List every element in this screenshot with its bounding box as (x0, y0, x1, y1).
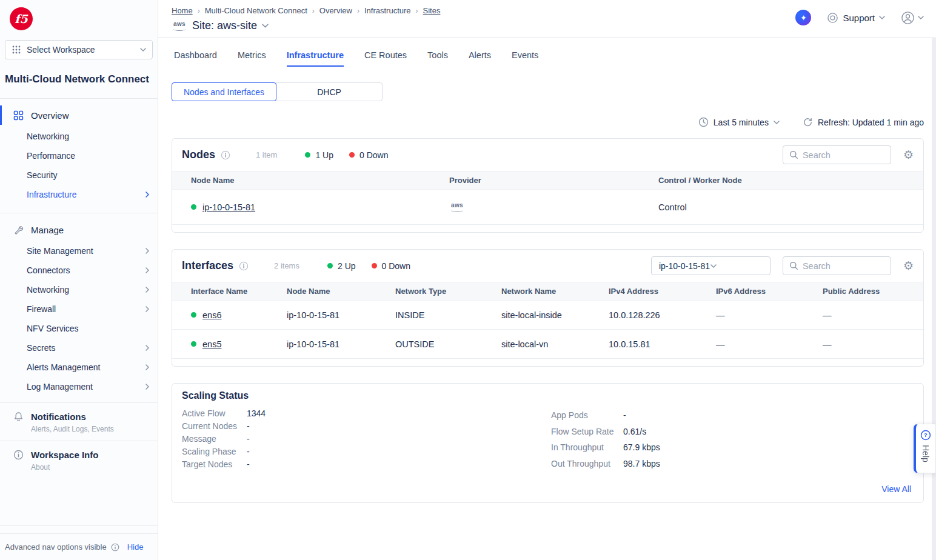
sidebar-item-firewall[interactable]: Firewall (0, 299, 158, 319)
table-row: ens6 ip-10-0-15-81 INSIDE site-local-ins… (172, 301, 923, 330)
info-icon[interactable] (111, 543, 119, 552)
nodes-title: Nodes (182, 148, 215, 161)
chevron-down-icon (140, 48, 146, 52)
search-icon (789, 261, 798, 270)
breadcrumb-home[interactable]: Home (172, 6, 193, 15)
tab-dashboard[interactable]: Dashboard (174, 50, 217, 67)
ai-assistant-button[interactable]: ✦ (795, 10, 811, 25)
support-menu[interactable]: Support (827, 12, 885, 24)
chevron-right-icon (145, 384, 149, 390)
stat-out-throughput: Out Throughput98.7 kbps (551, 456, 660, 472)
stat-active-flow: Active Flow1344 (182, 407, 914, 420)
sidebar-item-alerts-management[interactable]: Alerts Management (0, 358, 158, 377)
sidebar-item-overview[interactable]: Overview (0, 104, 158, 127)
sidebar-item-nfv-services[interactable]: NFV Services (0, 319, 158, 338)
chevron-down-icon (262, 24, 269, 28)
sidebar-item-secrets[interactable]: Secrets (0, 338, 158, 358)
sidebar-item-notifications[interactable]: Notifications Alerts, Audit Logs, Events (0, 403, 158, 441)
node-link[interactable]: ip-10-0-15-81 (202, 202, 255, 212)
cell-ipv6: — (716, 310, 823, 320)
sidebar-item-label: Secrets (27, 343, 55, 353)
view-all-link[interactable]: View All (881, 484, 911, 494)
workspace-selector-label: Select Workspace (27, 45, 135, 55)
workspace-selector[interactable]: Select Workspace (5, 40, 153, 59)
breadcrumb-sites[interactable]: Sites (423, 6, 441, 15)
tab-metrics[interactable]: Metrics (238, 50, 266, 67)
refresh-button[interactable]: Refresh: Updated 1 min ago (803, 117, 924, 127)
sidebar-item-label: Security (27, 170, 58, 180)
scaling-status-panel: Scaling Status Active Flow1344 Current N… (172, 383, 924, 503)
interfaces-search-input[interactable] (803, 261, 884, 271)
workspace-info-subtitle: About (31, 463, 98, 472)
help-tab[interactable]: ? Help (914, 424, 936, 473)
interfaces-table-header: Interface Name Node Name Network Type Ne… (172, 282, 923, 301)
interfaces-up-status: 2 Up (327, 261, 356, 271)
breadcrumb-separator: › (416, 7, 418, 15)
sidebar-item-label: Infrastructure (27, 190, 76, 199)
scrollbar[interactable] (932, 38, 936, 560)
time-range-selector[interactable]: Last 5 minutes (698, 117, 780, 127)
tab-infrastructure[interactable]: Infrastructure (287, 50, 344, 67)
col-network-name: Network Name (501, 287, 609, 296)
info-icon (13, 450, 24, 472)
subtab-nodes-and-interfaces[interactable]: Nodes and Interfaces (172, 82, 276, 101)
breadcrumb-separator: › (312, 7, 315, 15)
interface-link[interactable]: ens5 (202, 339, 221, 349)
page-title: Site: aws-site (192, 19, 257, 32)
nodes-search-input[interactable] (803, 150, 884, 160)
table-row: ip-10-0-15-81 aws Control (172, 190, 923, 225)
aws-provider-icon: aws (449, 202, 465, 212)
chevron-right-icon (145, 287, 149, 293)
app-root: f5 Select Workspace Multi-Cloud Network … (0, 0, 936, 560)
tab-ce-routes[interactable]: CE Routes (364, 50, 407, 67)
sidebar-item-label: Networking (27, 132, 69, 141)
sidebar-item-performance[interactable]: Performance (0, 146, 158, 165)
time-range-label: Last 5 minutes (714, 118, 769, 127)
workspace-info-label: Workspace Info (31, 448, 98, 462)
page-header: Home › Multi-Cloud Network Connect › Ove… (158, 0, 936, 38)
breadcrumb-separator: › (357, 7, 359, 15)
user-menu[interactable] (901, 11, 924, 25)
sidebar-item-label: Performance (27, 151, 75, 161)
sidebar-item-label: Manage (31, 225, 64, 235)
up-dot (327, 263, 333, 268)
f5-logo[interactable]: f5 (10, 7, 33, 30)
cell-public: — (823, 310, 923, 320)
col-ipv4: IPv4 Address (609, 287, 716, 296)
sidebar-item-site-management[interactable]: Site Management (0, 241, 158, 261)
tab-tools[interactable]: Tools (427, 50, 448, 67)
sidebar-item-infrastructure[interactable]: Infrastructure (0, 185, 158, 204)
node-filter-select[interactable]: ip-10-0-15-81 (651, 256, 771, 275)
down-dot (372, 263, 377, 268)
sidebar-item-label: Networking (27, 285, 69, 295)
cell-node: ip-10-0-15-81 (287, 339, 395, 349)
overview-grid-icon (13, 110, 24, 121)
info-icon[interactable] (239, 261, 249, 271)
col-public: Public Address (823, 287, 923, 296)
sidebar-item-networking-manage[interactable]: Networking (0, 280, 158, 299)
sidebar-item-connectors[interactable]: Connectors (0, 261, 158, 280)
notifications-label: Notifications (31, 410, 114, 424)
gear-icon[interactable]: ⚙ (903, 260, 914, 272)
tab-alerts[interactable]: Alerts (469, 50, 491, 67)
tab-events[interactable]: Events (512, 50, 538, 67)
gear-icon[interactable]: ⚙ (903, 149, 914, 161)
sidebar-item-networking[interactable]: Networking (0, 127, 158, 146)
time-controls: Last 5 minutes Refresh: Updated 1 min ag… (158, 117, 924, 127)
workspace-title: Multi-Cloud Network Connect (0, 64, 158, 90)
down-dot (349, 152, 355, 158)
interface-link[interactable]: ens6 (202, 310, 221, 320)
sidebar-item-security[interactable]: Security (0, 165, 158, 185)
sidebar-item-label: NFV Services (27, 324, 79, 333)
breadcrumb-mcn: Multi-Cloud Network Connect (205, 6, 307, 15)
sidebar-item-log-management[interactable]: Log Management (0, 377, 158, 396)
subtab-dhcp[interactable]: DHCP (276, 82, 383, 101)
hide-nav-button[interactable]: Hide (127, 542, 144, 552)
chevron-right-icon (145, 267, 149, 273)
sidebar-item-manage[interactable]: Manage (0, 218, 158, 241)
sidebar-item-workspace-info[interactable]: Workspace Info About (0, 441, 158, 479)
cell-node: ip-10-0-15-81 (287, 310, 395, 320)
refresh-icon (803, 117, 813, 127)
info-icon[interactable] (221, 150, 230, 160)
stat-flow-setup-rate: Flow Setup Rate0.61/s (551, 424, 660, 440)
